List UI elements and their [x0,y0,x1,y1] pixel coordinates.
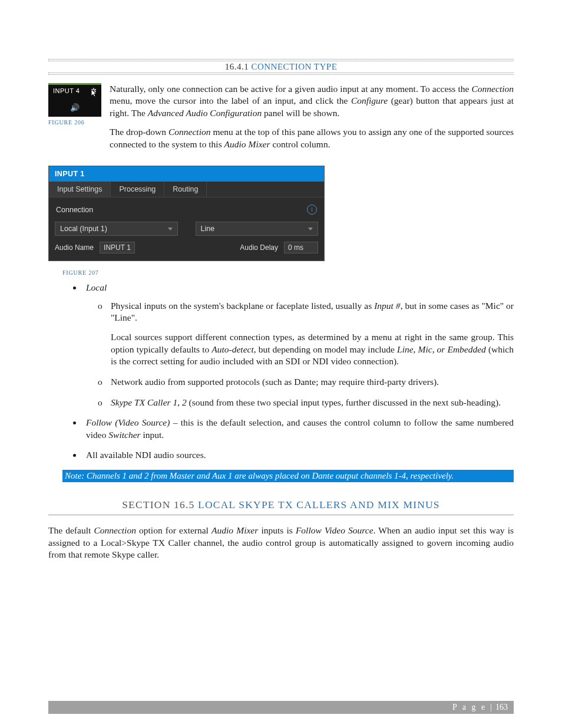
connection-type-value: Line [201,225,215,233]
subsection-title: CONNECTION TYPE [251,62,337,71]
paragraph-1: Naturally, only one connection can be ac… [110,83,514,119]
bullet-local: Local Physical inputs on the system's ba… [82,282,514,409]
chevron-down-icon [308,228,313,230]
tab-input-settings[interactable]: Input Settings [49,182,111,197]
audio-name-label: Audio Name [55,243,94,252]
subsection-number: 16.4.1 [225,62,249,71]
bullet-local-skype: Skype TX Caller 1, 2 (sound from these t… [111,397,514,409]
note-box: Note: Channels 1 and 2 from Master and A… [62,470,514,483]
paragraph-3: The default Connection option for extern… [48,525,514,561]
bullet-local-network: Network audio from supported protocols (… [111,376,514,388]
section-number: SECTION 16.5 [122,499,198,510]
bullet-list: Local Physical inputs on the system's ba… [48,282,514,462]
section-title: LOCAL SKYPE TX CALLERS AND MIX MINUS [198,499,440,510]
bullet-follow: Follow (Video Source) – this is the defa… [82,417,514,441]
section-heading: SECTION 16.5 LOCAL SKYPE TX CALLERS AND … [48,493,514,515]
footer-separator: | [490,703,492,712]
paragraph-2: The drop-down Connection menu at the top… [110,126,514,150]
figure-207-caption: FIGURE 207 [62,269,514,276]
audio-delay-label: Audio Delay [240,243,278,252]
figure-206-caption: FIGURE 206 [48,119,101,126]
bullet-ndi: All available NDI audio sources. [82,449,514,462]
figure-206-input-label: INPUT 4 [53,87,80,94]
audio-name-field[interactable]: INPUT 1 [100,242,135,253]
connection-label: Connection [56,206,93,214]
connection-source-dropdown[interactable]: Local (Input 1) [55,222,178,236]
speaker-icon: 🔊 [48,103,101,112]
chevron-down-icon [168,228,173,230]
input-config-panel: INPUT 1 Input Settings Processing Routin… [48,166,325,261]
cursor-icon [91,90,98,98]
subsection-heading: 16.4.1 CONNECTION TYPE [48,59,514,75]
footer-page-number: 163 [495,703,508,712]
connection-type-dropdown[interactable]: Line [196,222,319,236]
bullet-local-physical: Physical inputs on the system's backplan… [111,300,514,368]
panel-titlebar: INPUT 1 [49,166,324,182]
figure-206-thumb: INPUT 4 ✲ 🔊 [48,83,101,117]
tab-processing[interactable]: Processing [111,182,164,197]
connection-source-value: Local (Input 1) [60,225,107,233]
tab-routing[interactable]: Routing [164,182,207,197]
footer-page-label: P a g e [452,703,487,712]
audio-delay-field[interactable]: 0 ms [284,242,318,253]
page-footer: P a g e | 163 [48,701,514,714]
panel-tabs: Input Settings Processing Routing [49,182,324,197]
info-icon[interactable]: i [307,205,317,215]
